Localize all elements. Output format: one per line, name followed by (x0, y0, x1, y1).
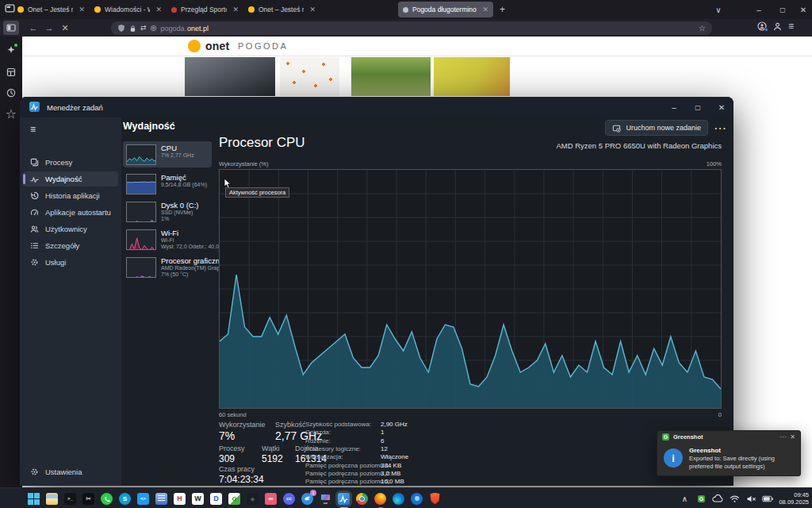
back-icon[interactable]: ← (25, 21, 41, 35)
account-icon[interactable] (757, 21, 767, 31)
translate-icon[interactable]: ⇄ (140, 25, 147, 32)
tray-volume-muted-icon[interactable] (745, 493, 756, 504)
window-minimize-button[interactable]: – (749, 2, 769, 17)
perf-card-gpu[interactable]: Procesor graficzny AMD Radeon(TM) Grap 7… (123, 254, 212, 280)
window-close-button[interactable]: ✕ (793, 2, 812, 17)
sidebar-item-aplikacje-autostartu[interactable]: Aplikacje autostartu (23, 205, 118, 220)
layout-icon[interactable] (4, 65, 18, 79)
window-maximize-button[interactable]: ▢ (772, 2, 793, 17)
permissions-icon[interactable]: ◎ (151, 25, 157, 32)
greenshot-file-taskbar-icon[interactable]: G (228, 492, 241, 506)
d-app-taskbar-icon[interactable]: D (209, 492, 223, 506)
tab-list-chevron-icon[interactable]: ∨ (708, 2, 729, 17)
stop-loading-icon[interactable]: ✕ (57, 21, 73, 35)
start-taskbar-icon[interactable] (27, 492, 40, 506)
tab-4[interactable]: Onet – Jesteś na bieżąco ✕ (243, 2, 320, 17)
mail-app-taskbar-icon[interactable]: 1 (301, 492, 314, 506)
bookmarks-star-icon[interactable]: ☆ (4, 106, 18, 121)
tm-close-button[interactable]: ✕ (710, 97, 733, 117)
detail-value: Włączone (381, 453, 408, 460)
tab-5-active[interactable]: Pogoda długoterminowa. Prog ✕ (398, 2, 493, 17)
weather-map-icons[interactable] (280, 57, 339, 96)
tab-close-icon[interactable]: ✕ (482, 6, 488, 13)
tracking-protection-shield-icon[interactable] (117, 24, 125, 33)
tab-close-icon[interactable]: ✕ (309, 6, 316, 13)
sidebar-hamburger-icon[interactable]: ≡ (30, 124, 36, 135)
more-options-button[interactable]: ⋯ (711, 120, 729, 136)
tray-battery-icon[interactable] (762, 493, 773, 504)
services-icon (30, 258, 39, 267)
capcut-taskbar-icon[interactable]: ✂ (82, 492, 95, 506)
bookmark-star-icon[interactable]: ☆ (699, 25, 706, 33)
info-icon: i (664, 448, 683, 468)
tray-greenshot-icon[interactable]: G (695, 493, 707, 504)
perf-card-cpu[interactable]: CPU 7% 2,77 GHz (123, 141, 212, 167)
task-manager-sidebar: ≡ Procesy Wydajność Historia aplikacji A… (20, 117, 121, 486)
sidebar-item-ustawienia[interactable]: Ustawienia (23, 464, 118, 479)
red-app-taskbar-icon[interactable]: ∞ (264, 492, 278, 506)
onet-logo-text[interactable]: onet (205, 40, 229, 52)
perf-card-wifi[interactable]: Wi-Fi Wi-Fi Wysł: 72,0 Odebr.: 40,0 (123, 226, 212, 252)
profile-icon[interactable] (773, 22, 782, 31)
users-icon (30, 225, 39, 233)
tab-3[interactable]: Przegląd Sportowy Onet - wiad ✕ (167, 2, 243, 17)
sidebar-item-szczegoly[interactable]: Szczegóły (23, 238, 118, 253)
pogoda-section-label[interactable]: POGODA (238, 41, 288, 51)
h-app-taskbar-icon[interactable]: H (173, 492, 186, 506)
perf-card-disk[interactable]: Dysk 0 (C:) SSD (NVMe) 1% (123, 198, 212, 225)
task-manager-titlebar[interactable]: Menedżer zadań – ▢ ✕ (20, 97, 733, 117)
address-bar[interactable]: ⇄ ◎ pogoda.onet.pl ☆ (111, 21, 712, 35)
vscode-taskbar-icon[interactable]: <> (136, 492, 150, 506)
taskbar-apps: >_✂S<>HWDG◆∞cc1 (25, 489, 444, 508)
greenshot-notification[interactable]: G Greenshot ⋯ ✕ i Greenshot Exported to:… (657, 430, 801, 476)
skype-taskbar-icon[interactable]: S (118, 492, 132, 506)
sidebar-item-historia-aplikacji[interactable]: Historia aplikacji (23, 188, 118, 203)
perf-card-memory[interactable]: Pamięć 9,5/14,8 GB (64%) (123, 171, 212, 197)
toast-close-icon[interactable]: ✕ (790, 433, 795, 441)
tab-close-icon[interactable]: ✕ (79, 6, 85, 13)
weather-photo-meadow[interactable] (351, 57, 431, 96)
taskbar-clock[interactable]: 09:45 08.09.2025 (779, 491, 809, 506)
new-tab-button[interactable]: + (500, 4, 505, 15)
notepad-taskbar-icon[interactable] (155, 492, 168, 506)
tm-minimize-button[interactable]: – (662, 97, 686, 117)
sidebar-item-uslugi[interactable]: Usługi (23, 255, 118, 270)
startup-icon (30, 208, 39, 217)
weather-map-temperature[interactable] (434, 57, 510, 96)
tab-close-icon[interactable]: ✕ (232, 6, 239, 13)
toast-more-icon[interactable]: ⋯ (779, 433, 786, 441)
sidebar-item-procesy[interactable]: Procesy (23, 155, 118, 170)
menu-hamburger-icon[interactable]: ≡ (788, 21, 794, 31)
task-manager-taskbar-icon[interactable] (337, 492, 350, 506)
cc-app-taskbar-icon[interactable]: cc (282, 492, 296, 506)
whatsapp-taskbar-icon[interactable] (100, 492, 113, 506)
chrome-taskbar-icon[interactable] (355, 492, 369, 506)
ai-sparkle-icon[interactable] (4, 43, 18, 57)
display-app-taskbar-icon[interactable] (319, 492, 332, 506)
dark-app-taskbar-icon[interactable]: ◆ (246, 492, 259, 506)
forward-icon[interactable]: → (41, 21, 57, 35)
sidebar-toggle-icon[interactable] (3, 21, 19, 35)
tab-close-icon[interactable]: ✕ (155, 6, 162, 13)
cpu-usage-chart[interactable]: Aktywność procesora (219, 169, 722, 409)
w-app-taskbar-icon[interactable]: W (191, 492, 205, 506)
tray-onedrive-cloud-icon[interactable] (712, 493, 723, 504)
sidebar-item-wydajnosc[interactable]: Wydajność (23, 171, 118, 187)
terminal-taskbar-icon[interactable]: >_ (63, 492, 77, 506)
tm-maximize-button[interactable]: ▢ (686, 97, 710, 117)
desktop: Onet – Jesteś na bieżąco ✕ Wiadomości - … (0, 0, 812, 508)
tab-1[interactable]: Onet – Jesteś na bieżąco ✕ (13, 2, 90, 17)
run-new-task-button[interactable]: Uruchom nowe zadanie (605, 120, 708, 136)
sidebar-item-uzytkownicy[interactable]: Użytkownicy (23, 221, 118, 237)
lock-icon[interactable] (129, 25, 136, 33)
thunderbird-taskbar-icon[interactable] (410, 492, 423, 506)
firefox-taskbar-icon[interactable] (373, 492, 387, 506)
weather-photo-storm[interactable] (185, 57, 275, 96)
tray-wifi-icon[interactable] (729, 493, 740, 504)
history-clock-icon[interactable] (4, 86, 18, 100)
file-explorer-taskbar-icon[interactable] (45, 492, 59, 506)
tray-chevron-up-icon[interactable]: ∧ (679, 493, 690, 504)
edge-taskbar-icon[interactable] (392, 492, 405, 506)
tab-2[interactable]: Wiadomości - Wiadomości w O ✕ (90, 2, 167, 17)
brave-taskbar-icon[interactable] (428, 492, 442, 506)
